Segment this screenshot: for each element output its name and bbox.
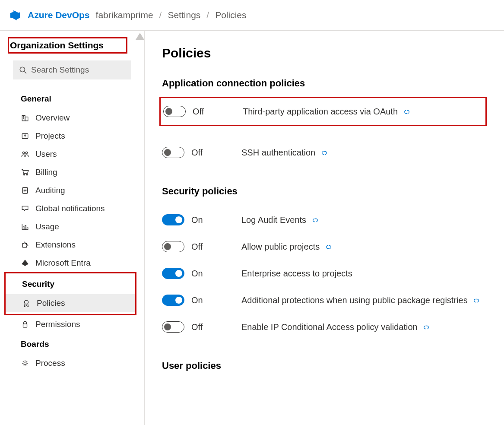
toggle-state: Off <box>191 242 217 252</box>
badge-icon <box>22 299 31 308</box>
policy-label: Additional protections when using public… <box>224 295 480 305</box>
section-user-policies: User policies <box>162 360 487 371</box>
sidebar-item-label: Microsoft Entra <box>35 258 91 268</box>
search-icon <box>19 66 27 74</box>
svg-rect-18 <box>23 227 24 230</box>
svg-rect-20 <box>27 228 28 230</box>
policy-label: Enable IP Conditional Access policy vali… <box>224 322 430 332</box>
policy-row-ip-conditional: Off Enable IP Conditional Access policy … <box>162 314 487 340</box>
sidebar-item-label: Auditing <box>35 186 65 195</box>
sidebar-item-label: Process <box>35 358 65 368</box>
svg-rect-22 <box>23 324 27 327</box>
sidebar-item-microsoft-entra[interactable]: Microsoft Entra <box>0 254 144 272</box>
sidebar-item-label: Users <box>35 149 57 159</box>
svg-point-11 <box>26 174 27 175</box>
svg-point-10 <box>24 174 25 175</box>
svg-point-23 <box>24 362 26 365</box>
policy-row-ssh: Off SSH authentication <box>162 139 487 166</box>
toggle-enterprise-access[interactable] <box>162 268 184 279</box>
gear-icon <box>21 359 29 368</box>
svg-point-21 <box>25 300 29 304</box>
section-security-policies: Security policies <box>162 186 487 197</box>
sidebar-item-permissions[interactable]: Permissions <box>0 315 144 333</box>
users-icon <box>21 150 29 159</box>
sidebar-section-security: Security <box>6 273 135 294</box>
link-icon[interactable] <box>312 217 319 224</box>
scroll-up-indicator-icon[interactable] <box>136 33 144 40</box>
sidebar-title: Organization Settings <box>10 40 104 50</box>
sidebar-item-global-notifications[interactable]: Global notifications <box>0 200 144 218</box>
toggle-package-registries[interactable] <box>162 295 184 306</box>
toggle-ssh[interactable] <box>162 147 184 158</box>
toggle-audit[interactable] <box>162 214 184 225</box>
puzzle-icon <box>21 241 29 249</box>
toggle-state: On <box>191 215 217 225</box>
policy-row-oauth: Off Third-party application access via O… <box>159 97 487 126</box>
policy-label: SSH authentication <box>224 148 328 158</box>
breadcrumb-policies[interactable]: Policies <box>215 10 246 20</box>
link-icon[interactable] <box>326 244 333 251</box>
breadcrumb-settings[interactable]: Settings <box>168 10 200 20</box>
sidebar-item-label: Overview <box>35 113 70 123</box>
toggle-state: Off <box>191 148 217 158</box>
toggle-state: Off <box>191 322 217 332</box>
policy-row-audit: On Log Audit Events <box>162 206 487 233</box>
product-name[interactable]: Azure DevOps <box>28 10 90 20</box>
sidebar-item-policies[interactable]: Policies <box>6 294 135 312</box>
upload-icon <box>21 132 29 140</box>
sidebar-item-label: Billing <box>35 168 57 177</box>
policy-label: Third-party application access via OAuth <box>225 107 411 117</box>
breadcrumb-org[interactable]: fabrikamprime <box>96 10 153 20</box>
sidebar-item-billing[interactable]: Billing <box>0 163 144 181</box>
toggle-state: On <box>191 269 217 279</box>
sidebar-item-process[interactable]: Process <box>0 354 144 372</box>
policy-row-package-registries: On Additional protections when using pub… <box>162 287 487 314</box>
sidebar: Organization Settings General <box>0 31 145 425</box>
sidebar-item-label: Policies <box>37 298 65 308</box>
policy-label: Enterprise access to projects <box>224 269 352 279</box>
breadcrumb-sep: / <box>206 10 209 20</box>
link-icon[interactable] <box>423 324 430 331</box>
svg-rect-19 <box>25 225 26 230</box>
link-icon[interactable] <box>473 297 480 304</box>
chat-icon <box>21 204 29 213</box>
sidebar-item-label: Global notifications <box>35 204 105 213</box>
svg-point-0 <box>20 67 25 72</box>
link-icon[interactable] <box>321 149 328 156</box>
sidebar-item-auditing[interactable]: Auditing <box>0 181 144 200</box>
highlight-security-section: Security Policies <box>4 272 136 315</box>
chart-icon <box>21 222 29 231</box>
toggle-oauth[interactable] <box>163 106 186 117</box>
page-title: Policies <box>162 46 487 60</box>
policy-row-enterprise-access: On Enterprise access to projects <box>162 260 487 287</box>
sidebar-section-boards: Boards <box>0 333 144 354</box>
svg-point-8 <box>22 152 25 154</box>
sidebar-item-label: Permissions <box>35 320 80 329</box>
toggle-state: Off <box>193 107 219 117</box>
toggle-ip-conditional[interactable] <box>162 321 184 333</box>
toggle-state: On <box>191 295 217 305</box>
svg-rect-3 <box>25 117 28 121</box>
search-settings-input[interactable] <box>31 65 125 75</box>
main-content: Policies Application connection policies… <box>145 31 504 425</box>
section-app-connection: Application connection policies <box>162 78 487 89</box>
sidebar-item-extensions[interactable]: Extensions <box>0 236 144 254</box>
breadcrumb-bar: Azure DevOps fabrikamprime / Settings / … <box>0 0 504 31</box>
azure-devops-logo-icon[interactable] <box>9 9 22 22</box>
toggle-public-projects[interactable] <box>162 241 184 252</box>
breadcrumb-sep: / <box>159 10 162 20</box>
search-settings-box[interactable] <box>13 60 131 79</box>
policy-label: Log Audit Events <box>224 215 319 225</box>
sidebar-item-usage[interactable]: Usage <box>0 218 144 236</box>
sidebar-item-users[interactable]: Users <box>0 145 144 163</box>
sidebar-section-general: General <box>0 88 144 109</box>
sidebar-item-label: Projects <box>35 131 65 141</box>
cart-icon <box>21 168 29 177</box>
policy-row-public-projects: Off Allow public projects <box>162 233 487 260</box>
sidebar-item-overview[interactable]: Overview <box>0 109 144 127</box>
entra-icon <box>21 259 29 267</box>
building-icon <box>21 114 29 122</box>
sidebar-item-projects[interactable]: Projects <box>0 127 144 145</box>
link-icon[interactable] <box>404 108 411 115</box>
notes-icon <box>21 186 29 195</box>
